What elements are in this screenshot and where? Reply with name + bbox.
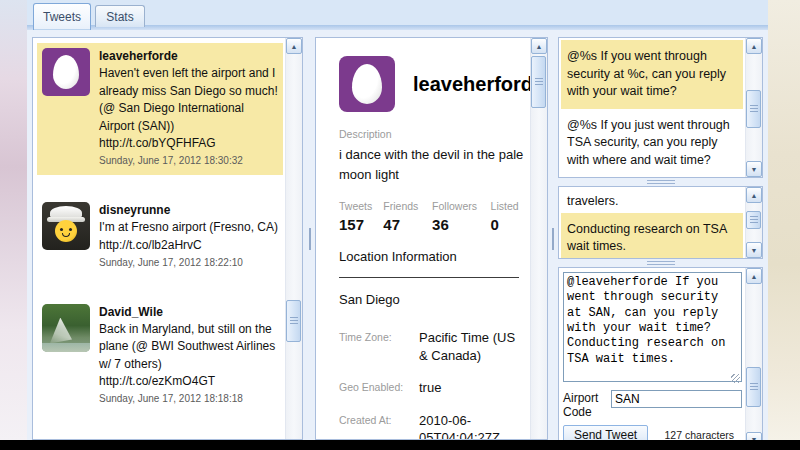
column-splitter[interactable]: [547, 37, 558, 440]
profile-details: leaveherforde Description i dance with t…: [316, 38, 530, 439]
scroll-down-icon[interactable]: ▼: [746, 161, 762, 177]
tweet-timestamp: Sunday, June 17, 2012 18:18:18: [99, 392, 278, 407]
scrollbar-track[interactable]: [746, 54, 762, 161]
tweet-row-selected[interactable]: leaveherforde Haven't even left the airp…: [37, 43, 283, 175]
tweet-username[interactable]: David_Wile: [99, 304, 278, 321]
airport-code-input[interactable]: [611, 390, 742, 408]
field-label: Geo Enabled:: [339, 379, 419, 397]
profile-name: leaveherforde: [413, 73, 530, 96]
tweet-timestamp: Sunday, June 17, 2012 18:30:32: [99, 154, 278, 169]
profile-header: leaveherforde: [339, 56, 526, 112]
fountain-photo-avatar: [42, 304, 90, 352]
research-list: travelers. Conducting research on TSA wa…: [559, 187, 745, 258]
airport-code-label: Airport Code: [563, 390, 607, 420]
tab-stats-label: Stats: [106, 10, 133, 24]
tweet-textarea[interactable]: @leaveherforde If you went through secur…: [563, 272, 742, 382]
location-city: San Diego: [339, 292, 526, 307]
tweet-username[interactable]: disneyrunne: [99, 202, 278, 219]
scrollbar-thumb[interactable]: [531, 56, 546, 108]
profile-description: i dance with the devil in the pale moon …: [339, 145, 526, 184]
tab-stats[interactable]: Stats: [95, 5, 145, 27]
research-item[interactable]: travelers.: [561, 189, 743, 213]
egg-avatar: [339, 56, 395, 112]
field-value: true: [419, 379, 526, 397]
tab-tweets-label: Tweets: [43, 10, 81, 24]
description-label: Description: [339, 128, 526, 140]
desktop-wallpaper-right: [768, 0, 800, 440]
airport-code-row: Airport Code: [563, 390, 742, 420]
scrollbar-track[interactable]: [746, 284, 762, 432]
stat-tweets: Tweets 157: [339, 200, 383, 233]
templates-panel: @%s If you went through security at %c, …: [558, 37, 763, 178]
templates-scrollbar[interactable]: ▲ ▼: [745, 38, 762, 177]
panel-splitter[interactable]: [558, 178, 763, 186]
tweet-username[interactable]: leaveherforde: [99, 48, 278, 65]
stat-friends: Friends 47: [383, 200, 432, 233]
field-label: Created At:: [339, 412, 419, 439]
stat-label: Listed: [491, 200, 526, 212]
section-divider: [339, 277, 519, 278]
panel-splitter[interactable]: [558, 259, 763, 267]
stat-listed: Listed 0: [491, 200, 526, 233]
stat-label: Tweets: [339, 200, 383, 212]
template-item-selected[interactable]: @%s If you went through security at %c, …: [561, 40, 743, 109]
scroll-up-icon[interactable]: ▲: [746, 268, 762, 284]
templates-list: @%s If you went through security at %c, …: [559, 38, 745, 177]
letterbox-bottom: [0, 440, 800, 450]
location-heading: Location Information: [339, 249, 526, 264]
stat-followers: Followers 36: [432, 200, 491, 233]
stat-value: 0: [491, 216, 526, 233]
field-time-zone: Time Zone: Pacific Time (US & Canada): [339, 329, 526, 364]
tweet-text: I'm at Fresno airport (Fresno, CA) http:…: [99, 219, 278, 254]
scrollbar-thumb[interactable]: [746, 90, 761, 128]
scrollbar-track[interactable]: [531, 54, 547, 439]
research-scrollbar[interactable]: ▲ ▼: [745, 187, 762, 258]
scrollbar-thumb[interactable]: [746, 211, 761, 229]
desktop-wallpaper-left: [0, 0, 27, 440]
tweet-row[interactable]: disneyrunne I'm at Fresno airport (Fresn…: [37, 197, 283, 277]
tweet-body: David_Wile Back in Maryland, but still o…: [99, 304, 278, 407]
stat-value: 47: [383, 216, 432, 233]
compose-scrollbar[interactable]: ▲ ▼: [745, 268, 762, 448]
tweet-body: leaveherforde Haven't even left the airp…: [99, 48, 278, 169]
field-label: Time Zone:: [339, 329, 419, 364]
tweet-text: Haven't even left the airport and I alre…: [99, 65, 278, 152]
research-panel: travelers. Conducting research on TSA wa…: [558, 186, 763, 259]
lego-figure-avatar: [42, 202, 90, 250]
compose-panel: @leaveherforde If you went through secur…: [558, 267, 763, 449]
right-column: @%s If you went through security at %c, …: [558, 37, 763, 440]
template-item[interactable]: @%s If you just went through TSA securit…: [561, 109, 743, 178]
field-value: 2010-06-05T04:04:27Z: [419, 412, 526, 439]
scroll-up-icon[interactable]: ▲: [746, 38, 762, 54]
tweet-timestamp: Sunday, June 17, 2012 18:22:10: [99, 256, 278, 271]
scroll-down-icon[interactable]: ▼: [746, 242, 762, 258]
scroll-up-icon[interactable]: ▲: [286, 38, 302, 54]
scrollbar-thumb[interactable]: [286, 300, 301, 342]
column-splitter[interactable]: [304, 37, 315, 440]
content-area: leaveherforde Haven't even left the airp…: [27, 30, 768, 440]
egg-avatar: [42, 48, 90, 96]
research-item-selected[interactable]: Conducting research on TSA wait times.: [561, 213, 743, 259]
scrollbar-track[interactable]: [286, 54, 302, 439]
field-geo-enabled: Geo Enabled: true: [339, 379, 526, 397]
scroll-up-icon[interactable]: ▲: [531, 38, 547, 54]
app-window: Tweets Stats leaveherforde Haven't even …: [27, 0, 768, 440]
tweet-body: disneyrunne I'm at Fresno airport (Fresn…: [99, 202, 278, 271]
stat-value: 36: [432, 216, 491, 233]
tweet-row[interactable]: David_Wile Back in Maryland, but still o…: [37, 299, 283, 413]
scrollbar-track[interactable]: [746, 203, 762, 242]
scrollbar-thumb[interactable]: [746, 367, 761, 407]
resize-grip-icon[interactable]: [731, 374, 740, 383]
tweet-textarea-wrap: @leaveherforde If you went through secur…: [563, 272, 742, 386]
tweets-scrollbar[interactable]: ▲: [285, 38, 302, 439]
stat-label: Followers: [432, 200, 491, 212]
stat-label: Friends: [383, 200, 432, 212]
stat-value: 157: [339, 216, 383, 233]
screenshot-stage: Tweets Stats leaveherforde Haven't even …: [0, 0, 800, 450]
profile-scrollbar[interactable]: ▲: [530, 38, 547, 439]
field-value: Pacific Time (US & Canada): [419, 329, 526, 364]
tab-tweets[interactable]: Tweets: [33, 3, 91, 30]
tab-bar: Tweets Stats: [27, 0, 768, 30]
tweets-list: leaveherforde Haven't even left the airp…: [33, 38, 285, 439]
scroll-up-icon[interactable]: ▲: [746, 187, 762, 203]
